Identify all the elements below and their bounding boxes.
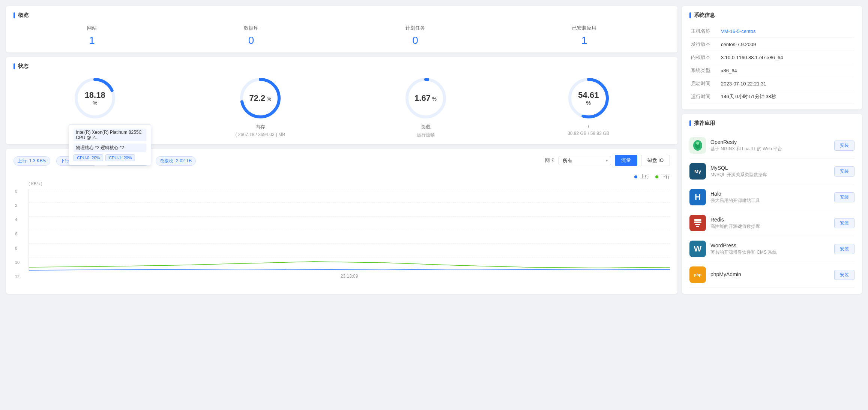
sysinfo-val-kernel: 3.10.0-1160.88.1.el7.x86_64 [719,51,854,64]
load-gauge-container: 1.67 % [403,76,448,121]
stat-websites[interactable]: 网站 1 [87,25,97,46]
openresty-install-btn[interactable]: 安装 [834,141,854,151]
cpu-core-0: CPU-0: 20% [74,154,103,161]
wordpress-desc: 著名的开源博客软件和 CMS 系统 [710,249,830,256]
sysinfo-row-uptime: 运行时间 146天 0小时 51分钟 38秒 [689,90,854,103]
sysinfo-row-hostname: 主机名称 VM-16-5-centos [689,25,854,38]
net-up-speed: 上行: 1.3 KB/s [14,156,50,166]
svg-rect-14 [694,219,701,221]
chart-area [29,189,670,271]
mysql-install-btn[interactable]: 安装 [834,166,854,177]
chart-x-label: 23:13:09 [29,274,670,279]
memory-gauge-center: 72.2 % [249,93,271,103]
load-sub: 运行流畅 [403,132,448,138]
disk-sub: 30.82 GB / 58.93 GB [566,131,611,136]
openresty-desc: 基于 NGINX 和 LuaJIT 的 Web 平台 [710,146,830,152]
disk-gauge-container: 54.61 % [566,76,611,121]
halo-desc: 强大易用的开源建站工具 [710,198,830,204]
halo-icon: H [689,189,706,205]
chart-wrapper: ( KB/s ) 12 10 8 6 4 2 0 [14,181,670,288]
stat-databases[interactable]: 数据库 0 [244,25,258,46]
legend-up-dot [634,175,637,178]
sysinfo-row-distro: 发行版本 centos-7.9.2009 [689,38,854,51]
openresty-icon [689,137,706,154]
status-title: 状态 [14,63,670,70]
sysinfo-row-arch: 系统类型 x86_64 [689,64,854,77]
nic-select-wrapper[interactable]: 所有 [559,156,611,165]
recommended-apps-card: 推荐应用 OpenResty 基于 NGINX 和 LuaJIT 的 Web 平… [682,114,862,294]
sysinfo-row-boot: 启动时间 2023-07-10 22:21:31 [689,77,854,90]
chart-y-unit: ( KB/s ) [29,181,670,186]
disk-label: / [566,124,611,129]
chart-legend: 上行 下行 [14,174,670,180]
app-openresty: OpenResty 基于 NGINX 和 LuaJIT 的 Web 平台 安装 [689,133,854,159]
sysinfo-table: 主机名称 VM-16-5-centos 发行版本 centos-7.9.2009… [689,25,854,103]
redis-name: Redis [710,217,830,223]
chart-y-labels: 12 10 8 6 4 2 0 [15,189,20,279]
stat-installed-apps-value: 1 [572,34,596,46]
halo-name: Halo [710,191,830,197]
load-gauge[interactable]: 1.67 % 负载 运行流畅 [403,76,448,138]
cpu-cores-row: CPU-0: 20% CPU-1: 20% [74,154,146,161]
load-unit: % [432,96,437,102]
stat-websites-value: 1 [87,34,97,46]
memory-gauge[interactable]: 72.2 % 内存 ( 2667.18 / 3694.03 ) MB [235,76,285,137]
stat-websites-label: 网站 [87,25,97,31]
disk-unit: % [586,100,591,106]
stat-tasks[interactable]: 计划任务 0 [405,25,425,46]
svg-rect-12 [695,224,700,225]
stat-installed-apps-label: 已安装应用 [572,25,596,31]
sysinfo-key-uptime: 运行时间 [689,90,719,103]
legend-up: 上行 [634,174,649,180]
memory-value: 72.2 [249,93,265,103]
stat-tasks-value: 0 [405,34,425,46]
app-halo: H Halo 强大易用的开源建站工具 安装 [689,184,854,210]
redis-icon [689,215,706,231]
btn-flow[interactable]: 流量 [615,155,637,166]
mysql-desc: MySQL 开源关系类型数据库 [710,172,830,178]
app-mysql: My MySQL MySQL 开源关系类型数据库 安装 [689,159,854,184]
sysinfo-card: 系统信息 主机名称 VM-16-5-centos 发行版本 centos-7.9… [682,6,862,109]
sysinfo-title: 系统信息 [689,12,854,19]
btn-disk-io[interactable]: 磁盘 IO [641,155,670,166]
cpu-gauge[interactable]: 18.18 % CPU ( 0.36 * 2 ) 核 Intel(R) Xeon… [72,76,117,137]
wordpress-name: WordPress [710,242,830,248]
stat-databases-label: 数据库 [244,25,258,31]
stat-tasks-label: 计划任务 [405,25,425,31]
app-phpmyadmin: php phpMyAdmin 安装 [689,262,854,288]
sysinfo-val-arch: x86_64 [719,64,854,77]
stat-installed-apps[interactable]: 已安装应用 1 [572,25,596,46]
cpu-unit: % [93,100,97,106]
sysinfo-key-boot: 启动时间 [689,77,719,90]
legend-down-dot [655,175,658,178]
phpmyadmin-install-btn[interactable]: 安装 [834,270,854,280]
network-card: 上行: 1.3 KB/s 下行: 11.39 KB/s 总发送: 162.60 … [6,149,677,294]
svg-rect-11 [694,221,701,223]
load-gauge-center: 1.67 % [414,93,437,103]
mysql-name: MySQL [710,165,830,171]
nic-select[interactable]: 所有 [559,156,611,165]
mysql-icon: My [689,163,706,180]
cpu-core-1: CPU-1: 20% [105,154,135,161]
cpu-gauge-container: 18.18 % [72,76,117,121]
sysinfo-key-distro: 发行版本 [689,38,719,51]
cpu-cores-info: 物理核心 *2 逻辑核心 *2 [74,144,146,152]
stat-databases-value: 0 [244,34,258,46]
redis-install-btn[interactable]: 安装 [834,218,854,228]
wordpress-install-btn[interactable]: 安装 [834,244,854,254]
wordpress-info: WordPress 著名的开源博客软件和 CMS 系统 [710,242,830,256]
recommended-apps-title: 推荐应用 [689,120,854,127]
hostname-link[interactable]: VM-16-5-centos [721,28,755,34]
memory-unit: % [267,96,271,102]
cpu-gauge-center: 18.18 % [84,90,106,106]
disk-gauge-center: 54.61 % [577,90,600,106]
disk-gauge[interactable]: 54.61 % / 30.82 GB / 58.93 GB [566,76,611,136]
phpmyadmin-icon: php [689,266,706,283]
chart-area-container: 12 10 8 6 4 2 0 [29,189,670,279]
app-list: OpenResty 基于 NGINX 和 LuaJIT 的 Web 平台 安装 … [689,133,854,288]
load-label: 负载 [403,124,448,130]
halo-install-btn[interactable]: 安装 [834,192,854,202]
overview-stats: 网站 1 数据库 0 计划任务 0 已安装应用 1 [14,25,670,46]
load-value: 1.67 [414,93,431,103]
openresty-info: OpenResty 基于 NGINX 和 LuaJIT 的 Web 平台 [710,139,830,152]
